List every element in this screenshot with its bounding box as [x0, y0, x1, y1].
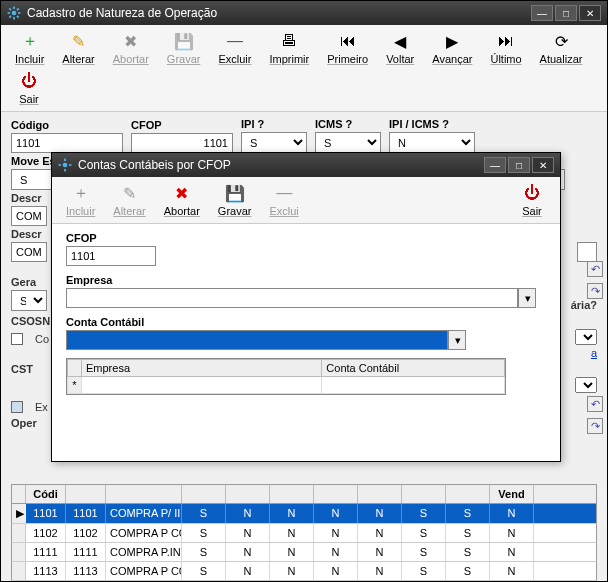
modal-gravar-button[interactable]: 💾Gravar [210, 181, 260, 219]
modal-close-button[interactable]: ✕ [532, 157, 554, 173]
modal-toolbar: ＋Incluir ✎Alterar ✖Abortar 💾Gravar —Excl… [52, 177, 560, 224]
co-checkbox[interactable] [11, 333, 23, 345]
svg-line-7 [9, 16, 11, 18]
ipi-icms-label: IPI / ICMS ? [389, 118, 475, 130]
modal-gear-icon [58, 158, 72, 172]
icms-select[interactable]: S [315, 132, 381, 153]
edit-icon: ✎ [120, 183, 140, 203]
history-buttons: ↶ ↷ [587, 261, 603, 299]
svg-point-9 [63, 163, 68, 168]
table-row[interactable]: 11131113COMPRA P COSNNNNSSN [11, 562, 597, 581]
next-icon: ▶ [442, 31, 462, 51]
abortar-button[interactable]: ✖Abortar [105, 29, 157, 67]
gravar-button[interactable]: 💾Gravar [159, 29, 209, 67]
modal-body: CFOP Empresa ▾ Conta Contábil ▾ Empresa … [52, 224, 560, 403]
grid-new-row[interactable]: * [68, 377, 505, 394]
alterar-button[interactable]: ✎Alterar [54, 29, 102, 67]
ex-checkbox[interactable] [11, 401, 23, 413]
plus-icon: ＋ [20, 31, 40, 51]
cst-extra-select[interactable] [575, 377, 597, 393]
col-conta[interactable]: Conta Contábil [322, 360, 505, 377]
redo-button-2[interactable]: ↷ [587, 418, 603, 434]
modal-conta-input[interactable] [66, 330, 448, 350]
modal-window: Contas Contábeis por CFOP — □ ✕ ＋Incluir… [51, 152, 561, 462]
modal-maximize-button[interactable]: □ [508, 157, 530, 173]
csosn-extra-select[interactable] [575, 329, 597, 345]
cfop-input[interactable] [131, 133, 233, 153]
modal-alterar-button[interactable]: ✎Alterar [105, 181, 153, 219]
descr-input[interactable] [11, 206, 47, 226]
ipi-label: IPI ? [241, 118, 307, 130]
grid-header: Códi Vend [11, 484, 597, 504]
co-label: Co [35, 333, 49, 345]
modal-sair-button[interactable]: ⏻Sair [510, 181, 554, 219]
bottom-grid: Códi Vend ▶11011101COMPRA P/ IISNNNNSSN1… [11, 484, 597, 581]
close-button[interactable]: ✕ [579, 5, 601, 21]
undo-button-2[interactable]: ↶ [587, 396, 603, 412]
ipi-icms-select[interactable]: N [389, 132, 475, 153]
excluir-button[interactable]: —Excluir [210, 29, 259, 67]
cancel-icon: ✖ [172, 183, 192, 203]
descr2-label: Descr [11, 228, 47, 240]
imprimir-button[interactable]: 🖶Imprimir [261, 29, 317, 67]
primeiro-button[interactable]: ⏮Primeiro [319, 29, 376, 67]
descr2-input[interactable] [11, 242, 47, 262]
prev-icon: ◀ [390, 31, 410, 51]
gera-label: Gera [11, 276, 47, 288]
svg-point-0 [12, 11, 17, 16]
modal-empresa-input[interactable] [66, 288, 518, 308]
cfop-label: CFOP [131, 119, 233, 131]
modal-excluir-button[interactable]: —Exclui [261, 181, 306, 219]
cancel-icon: ✖ [121, 31, 141, 51]
col-codigo[interactable]: Códi [26, 485, 66, 503]
modal-minimize-button[interactable]: — [484, 157, 506, 173]
table-row[interactable]: ▶11011101COMPRA P/ IISNNNNSSN [11, 504, 597, 524]
codigo-input[interactable] [11, 133, 123, 153]
save-icon: 💾 [225, 183, 245, 203]
avancar-button[interactable]: ▶Avançar [424, 29, 480, 67]
refresh-icon: ⟳ [551, 31, 571, 51]
codigo-label: Código [11, 119, 123, 131]
table-row[interactable]: 11021102COMPRA P COSNNNNSSN [11, 524, 597, 543]
col-empresa[interactable]: Empresa [82, 360, 322, 377]
conta-dropdown-button[interactable]: ▾ [448, 330, 466, 350]
ipi-select[interactable]: S [241, 132, 307, 153]
delete-icon: — [225, 31, 245, 51]
voltar-button[interactable]: ◀Voltar [378, 29, 422, 67]
save-icon: 💾 [174, 31, 194, 51]
power-icon: ⏻ [19, 71, 39, 91]
modal-empresa-label: Empresa [66, 274, 536, 286]
svg-line-5 [9, 8, 11, 10]
modal-titlebar[interactable]: Contas Contábeis por CFOP — □ ✕ [52, 153, 560, 177]
minus-icon: — [274, 183, 294, 203]
first-icon: ⏮ [338, 31, 358, 51]
redo-button[interactable]: ↷ [587, 283, 603, 299]
table-row[interactable]: 11111111COMPRA P.INSNNNNSSN [11, 543, 597, 562]
col-vend[interactable]: Vend [490, 485, 534, 503]
last-icon: ⏭ [496, 31, 516, 51]
ex-label: Ex [35, 401, 48, 413]
minimize-button[interactable]: — [531, 5, 553, 21]
empresa-dropdown-button[interactable]: ▾ [518, 288, 536, 308]
ultimo-button[interactable]: ⏭Último [482, 29, 529, 67]
link-a-partial[interactable]: a [591, 347, 597, 359]
modal-cfop-label: CFOP [66, 232, 156, 244]
modal-conta-label: Conta Contábil [66, 316, 466, 328]
main-titlebar[interactable]: Cadastro de Natureza de Operação — □ ✕ [1, 1, 607, 25]
modal-incluir-button[interactable]: ＋Incluir [58, 181, 103, 219]
main-toolbar: ＋Incluir ✎Alterar ✖Abortar 💾Gravar —Excl… [1, 25, 607, 112]
app-gear-icon [7, 6, 21, 20]
aux-input-1[interactable] [577, 242, 597, 262]
plus-icon: ＋ [71, 183, 91, 203]
modal-grid[interactable]: Empresa Conta Contábil * [66, 358, 506, 395]
sair-button[interactable]: ⏻Sair [7, 69, 51, 107]
gera-select[interactable]: S [11, 290, 47, 311]
aria-label-partial: ária? [571, 299, 597, 311]
undo-button[interactable]: ↶ [587, 261, 603, 277]
modal-cfop-input[interactable] [66, 246, 156, 266]
edit-icon: ✎ [69, 31, 89, 51]
modal-abortar-button[interactable]: ✖Abortar [156, 181, 208, 219]
maximize-button[interactable]: □ [555, 5, 577, 21]
incluir-button[interactable]: ＋Incluir [7, 29, 52, 67]
atualizar-button[interactable]: ⟳Atualizar [532, 29, 591, 67]
